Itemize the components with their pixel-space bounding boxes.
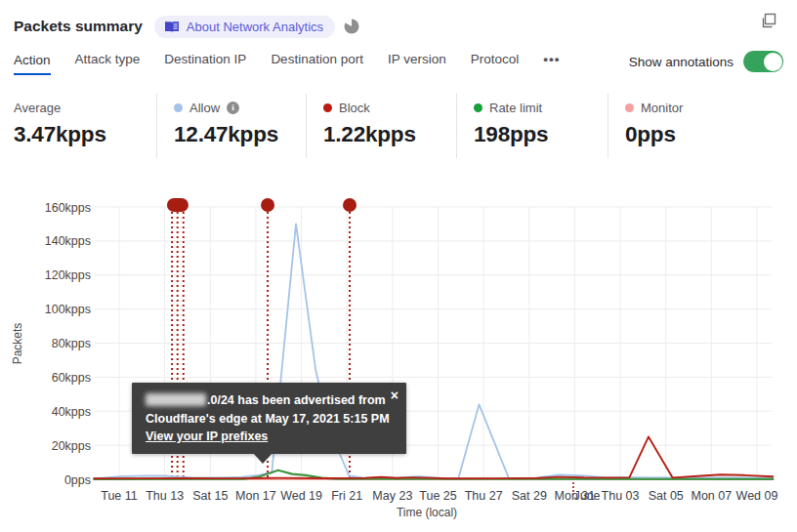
tab-protocol[interactable]: Protocol bbox=[471, 52, 520, 75]
stat-label: Average bbox=[14, 101, 61, 115]
stat-block: Block1.22kpps bbox=[306, 94, 456, 158]
x-axis-label: Mon 07 bbox=[692, 489, 733, 503]
x-axis-label: Wed 09 bbox=[736, 489, 778, 503]
header: Packets summary About Network Analytics bbox=[14, 12, 783, 41]
stat-value: 0pps bbox=[625, 122, 764, 147]
y-axis-label: 0pps bbox=[64, 473, 91, 487]
x-axis-label: Sat 29 bbox=[512, 489, 547, 503]
stat-value: 1.22kpps bbox=[323, 122, 456, 147]
series-color-dot bbox=[323, 103, 332, 112]
tooltip-text: .0/24 has been advertised from Cloudflar… bbox=[146, 391, 393, 428]
toggle-knob bbox=[764, 53, 782, 71]
stat-label: Rate limit bbox=[489, 101, 542, 115]
y-axis-label: 100kpps bbox=[45, 303, 91, 316]
x-axis-title: Time (local) bbox=[397, 506, 457, 519]
annotation-marker-dot[interactable] bbox=[343, 198, 357, 212]
tab-ip-version[interactable]: IP version bbox=[388, 52, 446, 75]
redacted-ip-prefix bbox=[146, 393, 206, 406]
show-annotations-toggle[interactable] bbox=[743, 51, 783, 72]
badge-label: About Network Analytics bbox=[187, 20, 323, 34]
stat-label: Monitor bbox=[641, 101, 683, 115]
annotation-tooltip: × .0/24 has been advertised from Cloudfl… bbox=[132, 383, 406, 454]
stat-value: 198pps bbox=[474, 122, 608, 147]
y-axis-title: Packets bbox=[11, 323, 24, 365]
annotation-marker-dot[interactable] bbox=[261, 198, 274, 212]
tooltip-arrow bbox=[253, 453, 273, 464]
y-axis-label: 80kpps bbox=[52, 337, 91, 350]
packets-chart[interactable]: 0pps20kpps40kpps60kpps80kpps100kpps120kp… bbox=[0, 190, 797, 532]
x-axis-label: Thu 27 bbox=[465, 489, 503, 503]
y-axis-label: 40kpps bbox=[52, 405, 91, 419]
stat-average: Average3.47kpps bbox=[14, 94, 156, 158]
x-axis-label: Thu 13 bbox=[146, 489, 184, 503]
y-axis-label: 140kpps bbox=[45, 234, 91, 248]
x-axis-label: Fri 21 bbox=[331, 489, 362, 503]
tab-more-button[interactable]: ••• bbox=[543, 52, 560, 75]
x-axis-month-label: June bbox=[573, 489, 600, 503]
stat-allow: Allowi12.47kpps bbox=[156, 94, 306, 158]
x-axis-label: Sat 05 bbox=[649, 489, 684, 503]
x-axis-label: Thu 03 bbox=[602, 489, 640, 503]
tab-destination-port[interactable]: Destination port bbox=[271, 52, 363, 75]
pie-chart-icon[interactable] bbox=[344, 19, 359, 34]
stat-monitor: Monitor0pps bbox=[608, 94, 764, 158]
show-annotations-group: Show annotations bbox=[629, 51, 783, 76]
y-axis-label: 20kpps bbox=[52, 439, 91, 453]
tab-destination-ip[interactable]: Destination IP bbox=[164, 52, 246, 75]
x-axis-label: Mon 17 bbox=[235, 489, 276, 503]
x-axis-label: Sat 15 bbox=[192, 489, 228, 503]
stat-label: Block bbox=[339, 101, 370, 115]
series-color-dot bbox=[474, 103, 482, 112]
annotation-marker-pill[interactable] bbox=[167, 198, 189, 212]
y-axis-label: 60kpps bbox=[52, 371, 91, 385]
stat-value: 3.47kpps bbox=[14, 122, 156, 147]
about-network-analytics-badge[interactable]: About Network Analytics bbox=[154, 16, 335, 38]
stat-value: 12.47kpps bbox=[174, 122, 306, 147]
view-ip-prefixes-link[interactable]: View your IP prefixes bbox=[146, 430, 268, 443]
tab-bar: ActionAttack typeDestination IPDestinati… bbox=[14, 50, 783, 77]
x-axis-label: Wed 19 bbox=[280, 489, 322, 503]
chart-area: 0pps20kpps40kpps60kpps80kpps100kpps120kp… bbox=[0, 190, 797, 532]
series-color-dot bbox=[174, 103, 183, 112]
y-axis-label: 120kpps bbox=[45, 268, 91, 282]
tab-action[interactable]: Action bbox=[14, 53, 51, 76]
tooltip-close-icon[interactable]: × bbox=[391, 389, 398, 402]
page-title: Packets summary bbox=[14, 18, 143, 35]
x-axis-label: Tue 25 bbox=[419, 489, 457, 503]
stats-row: Average3.47kppsAllowi12.47kppsBlock1.22k… bbox=[14, 94, 797, 158]
book-icon bbox=[164, 20, 180, 33]
series-color-dot bbox=[625, 103, 634, 112]
x-axis-label: Tue 11 bbox=[101, 489, 138, 503]
x-axis-label: May 23 bbox=[372, 489, 412, 503]
info-icon[interactable]: i bbox=[227, 102, 239, 114]
duplicate-window-icon[interactable] bbox=[761, 13, 777, 33]
show-annotations-label: Show annotations bbox=[629, 55, 734, 69]
stat-rate-limit: Rate limit198pps bbox=[456, 94, 608, 158]
stat-label: Allow bbox=[189, 101, 220, 115]
y-axis-label: 160kpps bbox=[45, 201, 91, 215]
tab-attack-type[interactable]: Attack type bbox=[75, 52, 141, 75]
